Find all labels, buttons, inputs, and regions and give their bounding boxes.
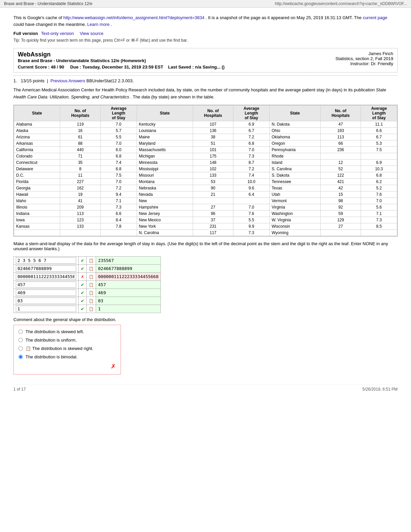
table-row: Kansas xyxy=(14,223,60,229)
table-cell: 5.5 xyxy=(100,134,137,140)
stem-input-field-6[interactable] xyxy=(16,306,76,312)
footer-datetime: 5/26/2019, 6:51 PM xyxy=(362,387,398,392)
full-version-label: Full version xyxy=(13,31,38,36)
saving-status: Saving... () xyxy=(202,64,225,70)
stem-input-field-3[interactable] xyxy=(16,281,76,288)
stem-input-field-5[interactable] xyxy=(16,298,76,304)
radio-input-2[interactable] xyxy=(18,346,23,351)
radio-input-3[interactable] xyxy=(18,355,23,359)
correct-icon: ✔ xyxy=(81,290,84,295)
copy-icon: 📋 xyxy=(89,274,94,279)
page-footer: 1 of 17 5/26/2019, 6:51 PM xyxy=(13,385,398,392)
stem-input-0[interactable] xyxy=(14,256,79,264)
q-text-2: . The data (by state) are shown in the t… xyxy=(130,94,215,99)
score-value: 48 / 90 xyxy=(51,64,64,70)
text-only-version-link[interactable]: Text-only version xyxy=(41,31,74,36)
stem-input-field-0[interactable] xyxy=(16,257,76,264)
table-cell: Missouri xyxy=(137,172,193,178)
wa-header-right: James Finch Statistics, section 2, Fall … xyxy=(335,51,393,70)
table-cell: 21 xyxy=(193,191,233,197)
table-cell: Virginia xyxy=(270,204,321,210)
table-row: California xyxy=(14,146,60,153)
copy-icon: 📋 xyxy=(89,266,94,271)
stem-input-field-1[interactable] xyxy=(16,265,76,272)
table-cell: Wyoming xyxy=(270,229,321,236)
table-row: Idaho xyxy=(14,197,60,204)
table-cell: Vermont xyxy=(270,197,321,204)
cache-notice: This is Google's cache of http://www.web… xyxy=(13,14,398,28)
table-cell: 7.2 xyxy=(100,185,137,191)
due-value: Tuesday, December 31, 2019 23:59 EST xyxy=(82,64,163,70)
table-row xyxy=(14,229,60,236)
table-cell: Minnesota xyxy=(137,159,193,166)
stem-input-1[interactable] xyxy=(14,264,79,272)
table-cell: S. Dakota xyxy=(270,172,321,178)
table-cell: New York xyxy=(137,223,193,229)
stem-status-icon-1: ✔ xyxy=(79,264,87,272)
table-cell: Louisiana xyxy=(137,127,193,134)
stem-leaf-section: Make a stem-and-leaf display of the data… xyxy=(13,241,398,313)
table-cell: 6.4 xyxy=(233,191,270,197)
table-cell: 5.2 xyxy=(361,185,397,191)
table-row: Connecticut xyxy=(14,159,60,166)
divider-1 xyxy=(13,75,398,76)
table-row: Alabama xyxy=(14,121,60,127)
table-cell: Maine xyxy=(137,134,193,140)
table-cell: 113 xyxy=(320,134,361,140)
learn-more-link[interactable]: Learn more xyxy=(87,22,109,27)
stem-input-6[interactable] xyxy=(14,305,79,313)
copy-icon: 📋 xyxy=(89,299,94,303)
copy-icon: 📋 xyxy=(89,307,94,311)
table-cell: 12 xyxy=(320,159,361,166)
stem-status-icon-4: ✔ xyxy=(79,289,87,297)
stem-input-5[interactable] xyxy=(14,297,79,305)
table-cell: 8.4 xyxy=(100,217,137,223)
table-cell: 92 xyxy=(320,204,361,210)
radio-input-1[interactable] xyxy=(18,338,23,342)
table-cell: 88 xyxy=(60,140,100,146)
table-cell: 102 xyxy=(193,166,233,172)
page-number: 1 of 17 xyxy=(13,387,26,392)
current-page-link[interactable]: current page xyxy=(363,15,387,20)
table-cell: 5.7 xyxy=(100,127,137,134)
radio-option-3: The distribution is bimodal. xyxy=(18,354,116,359)
cache-text-4: . xyxy=(111,22,112,27)
stem-input-2[interactable] xyxy=(14,272,79,280)
correct-icon: ✔ xyxy=(81,282,84,287)
table-row: Iowa xyxy=(14,217,60,223)
table-cell: 7.3 xyxy=(361,217,397,223)
view-source-link[interactable]: View source xyxy=(80,31,104,36)
radio-option-0: The distribution is skewed left. xyxy=(18,329,116,334)
th-avg-1: AverageLengthof Stay xyxy=(100,105,137,121)
prev-answers-link[interactable]: Previous Answers xyxy=(50,78,85,83)
table-cell: Montana xyxy=(137,178,193,185)
correct-icon: ✔ xyxy=(81,266,84,271)
table-cell: 41 xyxy=(60,197,100,204)
table-cell: 42 xyxy=(320,185,361,191)
table-row: Georgia xyxy=(14,185,60,191)
table-cell: 6.8 xyxy=(100,153,137,159)
stem-copy-icon-6: 📋 xyxy=(87,305,96,313)
stem-leaf-table: ✔ 📋 235567 ✔ 📋 0246677888899 ✗ 📋 0000001… xyxy=(13,256,161,313)
radio-label-0: The distribution is skewed left. xyxy=(26,329,84,334)
table-cell: 98 xyxy=(320,197,361,204)
copy-icon: 📋 xyxy=(89,282,94,287)
table-cell: 19 xyxy=(60,191,100,197)
th-hospitals-3: No. ofHospitals xyxy=(320,105,361,121)
table-cell: 236 xyxy=(320,146,361,153)
stem-input-3[interactable] xyxy=(14,280,79,289)
stem-input-field-2[interactable] xyxy=(16,273,76,280)
stem-input-field-4[interactable] xyxy=(16,290,76,296)
stem-leaf-prompt: Make a stem-and-leaf display of the data… xyxy=(13,241,398,251)
radio-input-0[interactable] xyxy=(18,329,23,334)
radio-wrong-icon: ✗ xyxy=(18,363,116,370)
table-cell: 7.0 xyxy=(100,121,137,127)
table-row: Alaska xyxy=(14,127,60,134)
table-cell: 61 xyxy=(60,134,100,140)
table-cell: 113 xyxy=(60,210,100,217)
cache-link[interactable]: http://www.webassign.net/info/demo_assig… xyxy=(63,15,204,20)
last-saved: Last Saved : n/a xyxy=(168,64,201,70)
cache-text-2: . It is a snapshot of the page as it app… xyxy=(205,15,363,20)
stem-input-4[interactable] xyxy=(14,289,79,297)
table-cell: 6.0 xyxy=(100,146,137,153)
